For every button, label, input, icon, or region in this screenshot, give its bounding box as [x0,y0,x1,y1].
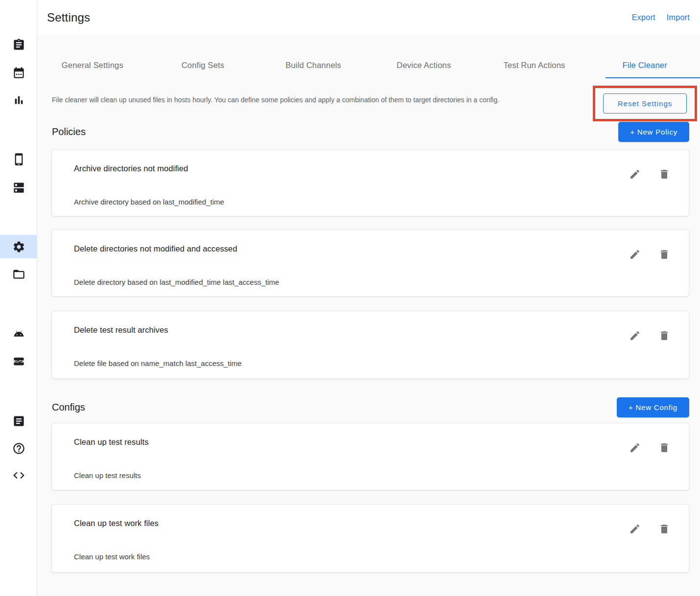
policy-description: Delete file based on name_match last_acc… [74,359,242,367]
policies-section-header: Policies + New Policy [52,122,689,142]
edit-config-button[interactable] [629,442,641,454]
content-area: General Settings Config Sets Build Chann… [37,35,700,596]
trash-icon [658,168,670,180]
delete-policy-button[interactable] [658,249,670,260]
smartphone-icon [12,153,25,166]
code-icon [12,469,25,482]
policy-title: Delete directories not modified and acce… [74,244,237,253]
pencil-icon [629,442,641,454]
tab-file-cleaner[interactable]: File Cleaner [589,35,700,78]
tab-build-channels[interactable]: Build Channels [258,35,369,78]
sidebar-item-api[interactable] [0,463,37,487]
export-link[interactable]: Export [632,13,655,22]
tab-device-actions[interactable]: Device Actions [369,35,479,78]
sidebar-item-test-plans[interactable] [0,61,37,84]
config-description: Clean up test results [74,471,141,480]
policy-title: Archive directories not modified [74,164,188,173]
trash-icon [658,249,670,260]
config-card: Clean up test results Clean up test resu… [51,423,689,490]
sidebar-item-android[interactable] [0,321,37,345]
app-root: Settings Export Import General Settings … [0,0,700,596]
config-card: Clean up test work files Clean up test w… [51,504,689,573]
bar-chart-icon [12,93,25,107]
delete-config-button[interactable] [658,442,670,454]
main-area: Settings Export Import General Settings … [37,0,700,596]
annotation-highlight-box: Reset Settings [593,86,697,121]
trash-icon [658,330,670,342]
header-links: Export Import [632,13,690,22]
config-title: Clean up test results [74,437,149,447]
new-policy-button[interactable]: + New Policy [618,122,689,142]
delete-config-button[interactable] [658,523,670,535]
policies-heading: Policies [52,126,86,138]
folder-icon [12,268,25,281]
sidebar-item-devices[interactable] [0,147,37,171]
page-header: Settings Export Import [37,0,700,35]
configs-section-header: Configs + New Config [52,397,689,417]
sidebar-item-settings[interactable] [0,235,37,258]
config-description: Clean up test work files [74,552,150,561]
pencil-icon [629,330,641,342]
tab-config-sets[interactable]: Config Sets [148,35,258,78]
sidebar-item-docs[interactable] [0,409,37,433]
pencil-icon [629,168,641,180]
tab-bar: General Settings Config Sets Build Chann… [37,35,700,78]
configs-heading: Configs [52,402,85,413]
help-icon [12,442,25,455]
sidebar [0,0,37,596]
trash-icon [658,523,670,535]
edit-policy-button[interactable] [629,168,641,180]
edit-policy-button[interactable] [629,249,641,260]
policy-card: Delete directories not modified and acce… [51,229,689,297]
new-config-button[interactable]: + New Config [617,397,689,417]
article-icon [12,414,25,428]
tab-general-settings[interactable]: General Settings [37,35,148,78]
config-title: Clean up test work files [74,519,159,528]
delete-policy-button[interactable] [658,330,670,342]
policy-description: Delete directory based on last_modified_… [74,278,279,286]
sidebar-item-reports[interactable] [0,88,37,112]
trash-icon [658,442,670,454]
import-link[interactable]: Import [667,13,690,22]
android-icon [12,327,25,340]
calendar-icon [12,66,25,79]
sidebar-item-monitoring[interactable] [0,349,37,373]
settings-gear-icon [12,240,25,253]
delete-policy-button[interactable] [658,168,670,180]
policy-description: Archive directory based on last_modified… [74,198,224,206]
sidebar-item-file-browser[interactable] [0,262,37,286]
edit-config-button[interactable] [629,523,641,535]
sidebar-item-hosts[interactable] [0,176,37,199]
sidebar-item-help[interactable] [0,436,37,460]
monitor-pulse-icon [12,355,25,368]
file-cleaner-description: File cleaner will clean up unused files … [52,96,541,104]
pencil-icon [629,523,641,535]
tab-test-run-actions[interactable]: Test Run Actions [479,35,590,78]
reset-settings-button[interactable]: Reset Settings [603,93,687,114]
clipboard-icon [12,38,25,51]
policy-card: Archive directories not modified Archive… [51,149,689,216]
dns-icon [12,181,25,194]
policy-title: Delete test result archives [74,325,168,335]
page-title: Settings [47,11,90,24]
sidebar-item-test-runs[interactable] [0,33,37,56]
edit-policy-button[interactable] [629,330,641,342]
policy-card: Delete test result archives Delete file … [51,311,689,379]
pencil-icon [629,249,641,260]
